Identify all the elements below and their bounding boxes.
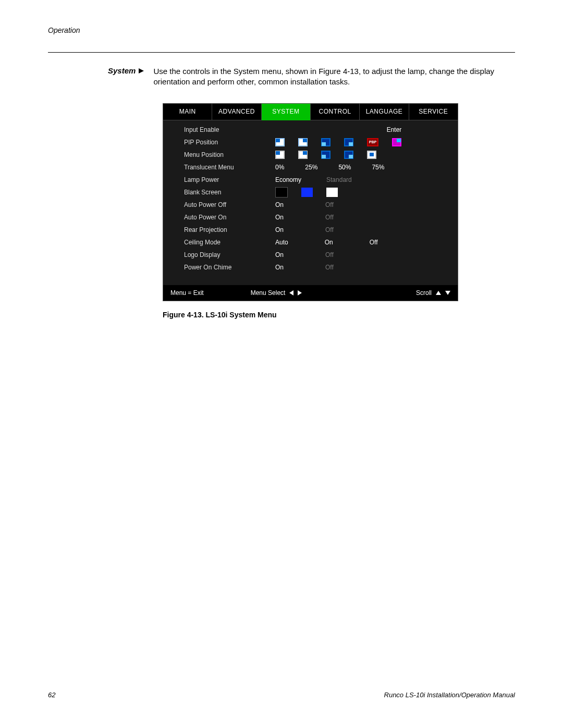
- ceiling-off[interactable]: Off: [370, 239, 378, 246]
- row-translucent-menu[interactable]: Translucent Menu 0% 25% 50% 75%: [170, 161, 450, 174]
- tab-control[interactable]: CONTROL: [311, 104, 360, 120]
- footer-scroll-group: Scroll: [416, 289, 450, 297]
- menu-body: Input Enable Enter PIP Position: [163, 120, 458, 285]
- auto-power-off-off[interactable]: Off: [325, 201, 334, 208]
- label-translucent-menu: Translucent Menu: [170, 164, 275, 171]
- logo-on[interactable]: On: [275, 251, 284, 258]
- row-pip-position[interactable]: PIP Position: [170, 136, 450, 149]
- translucent-25[interactable]: 25%: [305, 164, 317, 171]
- rear-projection-off[interactable]: Off: [325, 226, 334, 233]
- auto-power-off-on[interactable]: On: [275, 201, 284, 208]
- label-blank-screen: Blank Screen: [170, 189, 275, 196]
- figure-caption: Figure 4-13. LS-10i System Menu: [163, 311, 515, 319]
- rear-projection-on[interactable]: On: [275, 226, 284, 233]
- footer-scroll-label: Scroll: [416, 289, 432, 297]
- blank-black-swatch[interactable]: [275, 187, 288, 198]
- pip-off-icon[interactable]: [392, 138, 401, 146]
- menupos-top-right-icon[interactable]: [298, 151, 308, 159]
- intro-block: System Use the controls in the System me…: [108, 66, 515, 88]
- blank-blue-swatch[interactable]: [301, 188, 313, 197]
- row-blank-screen[interactable]: Blank Screen: [170, 186, 450, 199]
- label-ceiling-mode: Ceiling Mode: [170, 239, 275, 246]
- row-input-enable[interactable]: Input Enable Enter: [170, 124, 450, 136]
- value-input-enable: Enter: [387, 126, 402, 133]
- ceiling-on[interactable]: On: [325, 239, 333, 246]
- label-lamp-power: Lamp Power: [170, 176, 275, 183]
- ceiling-auto[interactable]: Auto: [275, 239, 288, 246]
- arrow-up-icon: [436, 291, 441, 295]
- pip-top-left-icon[interactable]: [275, 138, 285, 146]
- row-auto-power-off[interactable]: Auto Power Off On Off: [170, 199, 450, 211]
- menu-tab-bar: MAIN ADVANCED SYSTEM CONTROL LANGUAGE SE…: [163, 104, 458, 120]
- arrow-right-icon: [298, 290, 302, 295]
- section-label: System: [108, 66, 146, 75]
- menupos-top-left-icon[interactable]: [275, 151, 285, 159]
- translucent-0[interactable]: 0%: [275, 164, 284, 171]
- pip-pbp-icon[interactable]: PBP: [367, 138, 378, 146]
- tab-system[interactable]: SYSTEM: [262, 104, 311, 120]
- translucent-50[interactable]: 50%: [338, 164, 351, 171]
- auto-power-on-off[interactable]: Off: [325, 214, 334, 221]
- svg-marker-0: [139, 68, 144, 73]
- label-pip-position: PIP Position: [170, 139, 275, 146]
- pip-top-right-icon[interactable]: [298, 138, 308, 146]
- footer-select-group: Menu Select: [251, 289, 302, 297]
- tab-advanced[interactable]: ADVANCED: [212, 104, 261, 120]
- label-auto-power-off: Auto Power Off: [170, 201, 275, 208]
- lamp-standard[interactable]: Standard: [326, 176, 352, 183]
- blank-white-swatch[interactable]: [326, 188, 338, 197]
- system-menu-screenshot: MAIN ADVANCED SYSTEM CONTROL LANGUAGE SE…: [163, 103, 458, 301]
- row-auto-power-on[interactable]: Auto Power On On Off: [170, 211, 450, 224]
- menupos-bottom-left-icon[interactable]: [321, 151, 331, 159]
- row-ceiling-mode[interactable]: Ceiling Mode Auto On Off: [170, 236, 450, 249]
- row-lamp-power[interactable]: Lamp Power Economy Standard: [170, 174, 450, 186]
- footer-exit: Menu = Exit: [170, 289, 204, 297]
- menupos-bottom-right-icon[interactable]: [344, 151, 353, 159]
- document-page: Operation System Use the controls in the…: [0, 0, 563, 728]
- row-power-on-chime[interactable]: Power On Chime On Off: [170, 261, 450, 274]
- menupos-center-icon[interactable]: [367, 151, 376, 159]
- label-input-enable: Input Enable: [170, 126, 275, 133]
- tab-service[interactable]: SERVICE: [409, 104, 458, 120]
- section-label-text: System: [108, 66, 136, 75]
- label-power-on-chime: Power On Chime: [170, 264, 275, 271]
- header-rule: [48, 52, 515, 53]
- doc-title: Runco LS-10i Installation/Operation Manu…: [384, 691, 515, 699]
- tab-main[interactable]: MAIN: [163, 104, 212, 120]
- label-auto-power-on: Auto Power On: [170, 214, 275, 221]
- label-logo-display: Logo Display: [170, 251, 275, 258]
- pip-bottom-right-icon[interactable]: [344, 138, 353, 146]
- row-rear-projection[interactable]: Rear Projection On Off: [170, 224, 450, 236]
- row-logo-display[interactable]: Logo Display On Off: [170, 249, 450, 261]
- page-footer: 62 Runco LS-10i Installation/Operation M…: [48, 691, 515, 699]
- menu-footer: Menu = Exit Menu Select Scroll: [163, 285, 458, 301]
- row-menu-position[interactable]: Menu Position: [170, 149, 450, 161]
- label-rear-projection: Rear Projection: [170, 226, 275, 233]
- lamp-economy[interactable]: Economy: [275, 176, 301, 183]
- chime-off[interactable]: Off: [325, 264, 334, 271]
- tab-language[interactable]: LANGUAGE: [360, 104, 409, 120]
- translucent-75[interactable]: 75%: [372, 164, 384, 171]
- page-number: 62: [48, 691, 55, 699]
- intro-text: Use the controls in the System menu, sho…: [153, 66, 515, 88]
- auto-power-on-on[interactable]: On: [275, 214, 284, 221]
- chevron-right-icon: [139, 68, 146, 73]
- footer-select-label: Menu Select: [251, 289, 286, 297]
- running-head: Operation: [48, 26, 515, 34]
- logo-off[interactable]: Off: [325, 251, 334, 258]
- chime-on[interactable]: On: [275, 264, 284, 271]
- arrow-down-icon: [445, 291, 450, 295]
- label-menu-position: Menu Position: [170, 151, 275, 158]
- arrow-left-icon: [289, 290, 293, 295]
- pip-bottom-left-icon[interactable]: [321, 138, 331, 146]
